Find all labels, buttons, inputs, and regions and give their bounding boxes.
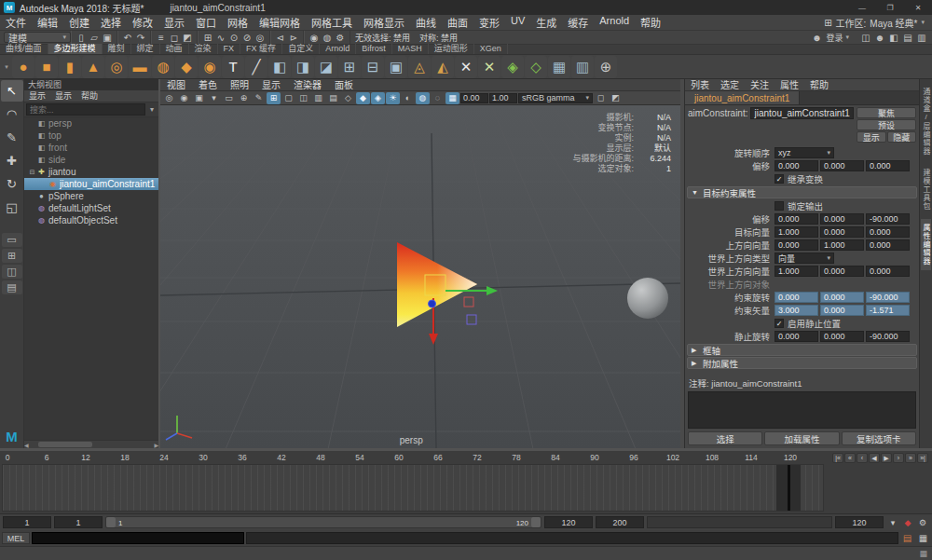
snap-grid-icon[interactable]: ⊞ bbox=[201, 32, 214, 44]
shelf-tab[interactable]: 渲染 bbox=[189, 44, 218, 54]
select-camera-icon[interactable]: ◎ bbox=[162, 92, 176, 104]
attribute-field[interactable]: 0.000 bbox=[866, 160, 910, 171]
attribute-field[interactable]: 0.000 bbox=[820, 160, 864, 171]
outliner-item[interactable]: ◧top bbox=[24, 130, 158, 142]
shelf-tab[interactable]: Bifrost bbox=[356, 44, 392, 54]
shelf-tab[interactable]: FX bbox=[218, 44, 241, 54]
render-settings-icon[interactable]: ⚙ bbox=[334, 32, 347, 44]
attribute-field[interactable]: 0.000 bbox=[774, 292, 818, 303]
attribute-field[interactable]: 0.000 bbox=[774, 331, 818, 342]
camera-attributes-icon[interactable]: ▣ bbox=[192, 92, 206, 104]
attribute-editor-menu[interactable]: 属性 bbox=[774, 79, 804, 90]
workspace-selector[interactable]: ⊞ 工作区: Maya 经典* ▾ bbox=[824, 16, 932, 30]
attribute-editor-menu[interactable]: 列表 bbox=[685, 79, 715, 90]
attribute-field[interactable]: 1.000 bbox=[774, 266, 818, 277]
character-set-selector-icon[interactable]: ▾ bbox=[886, 516, 899, 528]
menu-item[interactable]: 创建 bbox=[63, 15, 95, 30]
select-hierarchy-icon[interactable]: ≡ bbox=[155, 32, 168, 44]
shelf-tab[interactable]: FX 缓存 bbox=[240, 44, 282, 54]
attribute-dropdown[interactable]: 向量▾ bbox=[774, 253, 834, 264]
attribute-field[interactable]: 0.000 bbox=[774, 160, 818, 171]
shelf-tab[interactable]: 动画 bbox=[160, 44, 189, 54]
script-editor-icon[interactable]: ▦ bbox=[916, 532, 930, 545]
save-scene-icon[interactable]: ▣ bbox=[101, 32, 114, 44]
menu-item[interactable]: 网格工具 bbox=[306, 15, 358, 30]
step-forward-frame-button[interactable]: » bbox=[905, 453, 916, 463]
origin-handle[interactable] bbox=[429, 300, 436, 307]
timeline-tick-label[interactable]: 18 bbox=[120, 453, 129, 462]
timeline-tick-label[interactable]: 102 bbox=[666, 453, 679, 462]
notes-field[interactable] bbox=[688, 391, 916, 429]
shelf-poly-sphere-icon[interactable]: ● bbox=[12, 56, 34, 78]
attribute-field[interactable]: -90.000 bbox=[866, 331, 910, 342]
shelf-sculpt-icon[interactable]: ⊕ bbox=[595, 56, 617, 78]
antialias-icon[interactable]: ▦ bbox=[445, 92, 459, 104]
timeline-tick-label[interactable]: 78 bbox=[512, 453, 520, 462]
shelf-crease-icon[interactable]: ▥ bbox=[571, 56, 594, 78]
play-forwards-button[interactable]: ▶ bbox=[881, 453, 892, 463]
animation-end-field[interactable] bbox=[596, 516, 644, 528]
grease-pencil-icon[interactable]: ✎ bbox=[252, 92, 266, 104]
target-sphere[interactable] bbox=[627, 278, 668, 319]
sidebar-vtab[interactable]: 属性编辑器 bbox=[921, 219, 931, 270]
shelf-tab[interactable]: 雕刻 bbox=[103, 44, 131, 54]
outliner-menu[interactable]: 帮助 bbox=[76, 90, 103, 102]
shelf-boolean-intersect-icon[interactable]: ◪ bbox=[315, 56, 337, 78]
wireframe-icon[interactable]: ◇ bbox=[341, 92, 355, 104]
auto-keyframe-button[interactable]: ◆ bbox=[901, 516, 914, 528]
timeline-tick-label[interactable]: 42 bbox=[277, 453, 285, 462]
attribute-field[interactable]: 0.000 bbox=[774, 239, 818, 251]
go-to-start-button[interactable]: |« bbox=[832, 453, 843, 463]
viewport-menu[interactable]: 渲染器 bbox=[287, 79, 328, 90]
attribute-field[interactable]: 0.000 bbox=[820, 331, 864, 342]
render-icon[interactable]: ◉ bbox=[308, 32, 321, 44]
shelf-combine-icon[interactable]: ⊞ bbox=[338, 56, 361, 78]
shelf-target-weld-icon[interactable]: ✕ bbox=[478, 56, 500, 78]
timeline-tick-label[interactable]: 60 bbox=[394, 453, 403, 462]
close-button[interactable]: ✕ bbox=[904, 0, 932, 15]
menu-item[interactable]: Arnold bbox=[594, 15, 635, 30]
attribute-field[interactable]: 0.000 bbox=[820, 213, 864, 225]
attribute-field[interactable]: 1.000 bbox=[774, 226, 818, 238]
shelf-tab[interactable]: 自定义 bbox=[282, 44, 320, 54]
timeline-track[interactable] bbox=[2, 464, 824, 512]
outliner-item[interactable]: ◧side bbox=[24, 154, 158, 166]
timeline-tick-label[interactable]: 30 bbox=[199, 453, 207, 462]
layout-single-pane-icon[interactable]: ▭ bbox=[2, 233, 22, 247]
ae-node-tab[interactable]: jiantou_aimConstraint1 bbox=[685, 91, 800, 104]
colorspace-dropdown[interactable]: sRGB gamma ▾ bbox=[518, 93, 593, 103]
ipr-render-icon[interactable]: ◍ bbox=[321, 32, 334, 44]
timeline-tick-label[interactable]: 90 bbox=[590, 453, 598, 462]
pan-zoom-icon[interactable]: ⊕ bbox=[237, 92, 251, 104]
sidebar-vtab[interactable]: 通道盒/层编辑器 bbox=[921, 83, 931, 160]
scroll-left-icon[interactable]: ◀ bbox=[24, 442, 29, 448]
viewport-menu[interactable]: 面板 bbox=[328, 79, 360, 90]
gamma-field[interactable] bbox=[489, 93, 517, 103]
focus-button[interactable]: 聚焦 bbox=[857, 107, 916, 118]
toggle-channel-box-icon[interactable]: ▥ bbox=[915, 32, 928, 44]
rotate-tool-icon[interactable]: ↻ bbox=[1, 173, 23, 195]
range-extra-track[interactable] bbox=[647, 516, 832, 528]
menu-item[interactable]: 网格 bbox=[222, 15, 254, 30]
open-scene-icon[interactable]: ▱ bbox=[88, 32, 101, 44]
timeline-tick-label[interactable]: 12 bbox=[81, 453, 89, 462]
scrollbar-thumb[interactable] bbox=[38, 442, 92, 447]
scale-tool-icon[interactable]: ◱ bbox=[1, 197, 23, 218]
playback-end-field[interactable] bbox=[544, 516, 593, 528]
attribute-field[interactable]: -90.000 bbox=[866, 292, 910, 303]
range-slider[interactable]: 1 120 bbox=[105, 516, 541, 528]
attribute-field[interactable]: 0.000 bbox=[820, 292, 864, 303]
outliner-menu[interactable]: 显示 bbox=[24, 90, 50, 102]
presets-button[interactable]: 预设 bbox=[857, 119, 916, 130]
menu-item[interactable]: 编辑网格 bbox=[254, 15, 306, 30]
viewport-menu[interactable]: 视图 bbox=[160, 79, 192, 90]
playback-start-field[interactable] bbox=[54, 516, 103, 528]
scroll-right-icon[interactable]: ▶ bbox=[154, 442, 158, 448]
field-chart-icon[interactable]: ▤ bbox=[326, 92, 340, 104]
shelf-tab[interactable]: 绑定 bbox=[131, 44, 160, 54]
attribute-editor-menu[interactable]: 帮助 bbox=[804, 79, 834, 90]
output-connections-icon[interactable]: ⊳ bbox=[287, 32, 300, 44]
load-attributes-button[interactable]: 加载属性 bbox=[764, 431, 839, 445]
checkbox[interactable]: ✓ bbox=[774, 319, 784, 328]
shelf-type-tool-icon[interactable]: T bbox=[222, 56, 244, 78]
